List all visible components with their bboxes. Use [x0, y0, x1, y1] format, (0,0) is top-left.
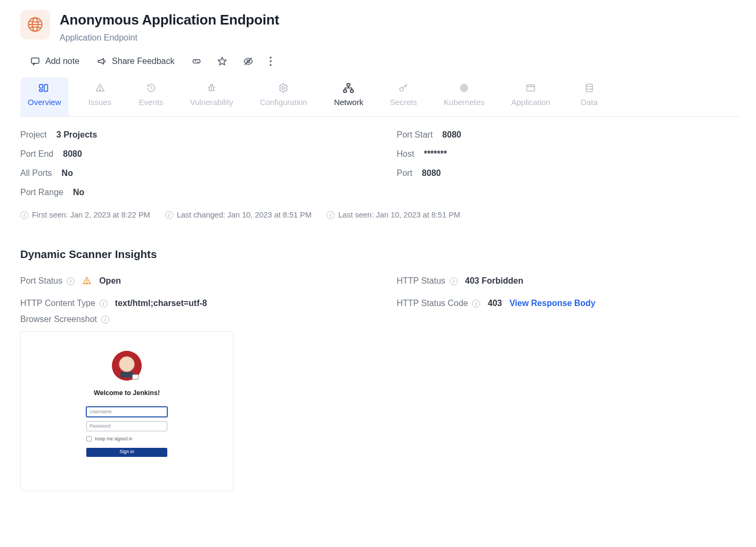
screenshot-signin-button: Sign in [86, 448, 167, 457]
eye-off-icon[interactable] [242, 56, 254, 67]
placeholder: Username [90, 408, 112, 416]
tab-label: Secrets [390, 96, 417, 109]
http-status-code-value: 403 [487, 297, 502, 310]
info-icon[interactable] [100, 300, 108, 308]
info-icon[interactable] [67, 277, 75, 285]
svg-rect-23 [344, 90, 346, 93]
detail-port-start: Port Start 8080 [397, 128, 742, 141]
svg-point-8 [270, 60, 272, 62]
globe-icon [27, 16, 44, 33]
svg-line-35 [461, 89, 463, 90]
info-icon[interactable] [450, 277, 458, 285]
tab-events[interactable]: Events [132, 77, 171, 116]
value: ******* [424, 148, 447, 160]
svg-point-27 [463, 87, 465, 89]
port-status-label: Port Status [20, 275, 62, 287]
svg-line-32 [461, 85, 463, 87]
label: Project [20, 128, 47, 141]
svg-point-9 [270, 64, 272, 66]
history-icon [146, 83, 157, 93]
svg-rect-36 [527, 85, 535, 91]
tab-network[interactable]: Network [327, 77, 371, 116]
row-port-status: Port Status Open [20, 275, 365, 287]
network-icon [343, 83, 354, 93]
http-status-label: HTTP Status [397, 275, 445, 287]
info-icon [20, 211, 28, 219]
value: No [73, 186, 84, 199]
megaphone-icon [96, 56, 107, 67]
last-changed: Last changed: Jan 10, 2023 at 8:51 PM [165, 210, 312, 221]
svg-point-41 [86, 283, 87, 284]
alert-triangle-icon [82, 276, 92, 286]
label: Port Range [20, 186, 63, 199]
tab-label: Vulnerability [190, 96, 233, 109]
page-title: Anonymous Application Endpoint [60, 10, 279, 30]
share-feedback-button[interactable]: Share Feedback [96, 55, 174, 68]
title-block: Anonymous Application Endpoint Applicati… [60, 10, 279, 44]
http-status-value: 403 Forbidden [465, 275, 523, 287]
add-note-button[interactable]: Add note [30, 55, 79, 68]
tab-application[interactable]: Application [504, 77, 558, 116]
tab-configuration[interactable]: Configuration [253, 77, 315, 116]
svg-line-33 [465, 89, 467, 90]
more-vertical-icon[interactable] [269, 56, 272, 67]
helm-icon [459, 83, 469, 93]
tab-overview[interactable]: Overview [20, 77, 69, 116]
detail-host: Host ******* [397, 148, 742, 160]
alert-triangle-icon [95, 83, 105, 93]
detail-port-end: Port End 8080 [20, 148, 365, 160]
last-changed-text: Last changed: Jan 10, 2023 at 8:51 PM [177, 210, 312, 221]
tab-label: Data [581, 96, 598, 109]
info-icon[interactable] [101, 316, 109, 324]
signin-label: Sign in [119, 448, 134, 456]
svg-rect-24 [351, 90, 353, 93]
detail-port-range: Port Range No [20, 186, 365, 199]
tab-kubernetes[interactable]: Kubernetes [436, 77, 492, 116]
info-icon [165, 211, 173, 219]
tab-label: Issues [88, 96, 111, 109]
svg-point-25 [400, 87, 404, 91]
add-note-label: Add note [45, 55, 79, 68]
screenshot-welcome-text: Welcome to Jenkins! [94, 388, 160, 398]
view-response-body-link[interactable]: View Response Body [509, 297, 596, 310]
detail-all-ports: All Ports No [20, 167, 365, 180]
svg-line-18 [208, 90, 209, 91]
http-content-type-value: text/html;charset=utf-8 [115, 297, 207, 310]
row-http-status: HTTP Status 403 Forbidden [397, 275, 742, 287]
tab-secrets[interactable]: Secrets [383, 77, 425, 116]
tab-label: Overview [28, 96, 61, 109]
svg-point-14 [100, 90, 101, 91]
value: No [62, 167, 73, 180]
tab-vulnerability[interactable]: Vulnerability [183, 77, 241, 116]
bug-icon [206, 83, 217, 93]
last-seen-text: Last seen: Jan 10, 2023 at 8:51 PM [338, 210, 460, 221]
link-icon[interactable] [191, 56, 202, 67]
tab-label: Application [511, 96, 550, 109]
svg-point-39 [586, 84, 592, 87]
first-seen-text: First seen: Jan 2, 2023 at 8:22 PM [32, 210, 150, 221]
svg-point-21 [282, 87, 285, 90]
tab-label: Network [334, 96, 363, 109]
star-icon[interactable] [217, 56, 227, 67]
note-icon [30, 56, 40, 67]
svg-point-7 [270, 57, 272, 58]
share-feedback-label: Share Feedback [112, 55, 174, 68]
http-content-type-label: HTTP Content Type [20, 297, 95, 310]
svg-line-17 [214, 87, 215, 87]
app-icon [20, 10, 50, 39]
tab-issues[interactable]: Issues [80, 77, 120, 116]
browser-screenshot: Welcome to Jenkins! Username Password Ke… [20, 331, 233, 491]
tabs: Overview Issues Events [20, 77, 741, 117]
database-icon [584, 83, 595, 93]
screenshot-username-field: Username [86, 407, 167, 417]
value: 3 Projects [56, 128, 97, 141]
tab-data[interactable]: Data [570, 77, 609, 116]
checkbox-icon [86, 436, 92, 441]
svg-rect-3 [31, 58, 39, 63]
screenshot-keep-signed-in-row: Keep me signed in [86, 436, 167, 443]
tab-label: Events [139, 96, 164, 109]
insights-grid: Port Status Open HTTP Status 403 Forbidd… [20, 275, 741, 310]
svg-rect-22 [347, 84, 350, 86]
info-icon[interactable] [472, 300, 480, 308]
placeholder: Password [90, 423, 111, 430]
